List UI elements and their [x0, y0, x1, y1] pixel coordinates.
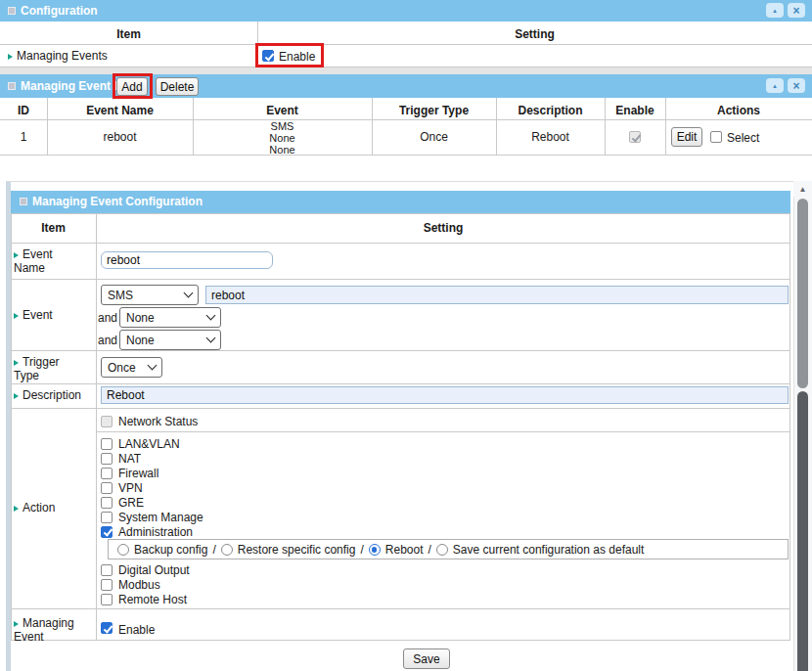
action-option-checkbox-1[interactable]	[101, 453, 113, 465]
action-option-row-0: LAN&VLAN	[101, 436, 203, 451]
admin-radio-0[interactable]	[117, 544, 129, 556]
action-extra-option-label-0: Digital Output	[118, 563, 190, 577]
event-config-title: Managing Event Configuration	[32, 195, 203, 208]
network-status-label: Network Status	[118, 415, 198, 428]
row-description: Reboot	[496, 130, 605, 144]
list-header-trigger-type: Trigger Type	[372, 104, 496, 117]
admin-radio-label-2: Reboot	[385, 543, 424, 557]
managing-events-enable-label: Enable	[279, 50, 315, 64]
save-button[interactable]: Save	[403, 649, 450, 669]
event-value-input[interactable]: reboot	[205, 286, 789, 304]
action-option-checkbox-5[interactable]	[101, 512, 113, 523]
network-status-option: Network Status	[101, 414, 198, 428]
bullet-arrow-icon	[8, 54, 13, 60]
action-option-checkbox-4[interactable]	[101, 497, 113, 509]
close-panel-button[interactable]	[788, 3, 805, 18]
event-config-header: Managing Event Configuration	[11, 191, 790, 213]
panel-icon	[20, 198, 27, 205]
chevron-down-icon	[184, 289, 194, 298]
add-button[interactable]: Add	[116, 77, 148, 96]
action-option-label-2: Firewall	[118, 467, 158, 480]
and-label: and	[98, 311, 117, 325]
action-option-checkbox-6[interactable]	[101, 526, 113, 538]
chevron-down-icon	[206, 311, 216, 321]
panel-icon	[8, 82, 16, 90]
bullet-arrow-icon	[14, 621, 19, 627]
action-option-checkbox-3[interactable]	[101, 482, 113, 494]
action-option-row-1: NAT	[101, 451, 203, 466]
action-extra-option-row-2: Remote Host	[101, 592, 190, 606]
config-header-item: Item	[11, 221, 96, 235]
panel-icon	[8, 7, 16, 15]
close-panel-button[interactable]	[788, 78, 805, 93]
scrollbar-lower-thumb[interactable]	[797, 391, 808, 671]
event-and1-select[interactable]: None	[119, 307, 221, 328]
edit-button[interactable]: Edit	[671, 127, 702, 147]
admin-radio-label-0: Backup config	[134, 543, 207, 557]
action-extra-option-checkbox-2[interactable]	[101, 594, 113, 605]
action-option-label-3: VPN	[118, 481, 143, 495]
action-extra-option-checkbox-1[interactable]	[101, 579, 113, 591]
event-name-input[interactable]: reboot	[101, 251, 273, 269]
trigger-type-label: Trigger Type	[14, 355, 70, 382]
list-header-enable: Enable	[605, 104, 665, 117]
bullet-arrow-icon	[14, 313, 19, 319]
managing-event-enable-checkbox[interactable]	[101, 622, 113, 634]
delete-button[interactable]: Delete	[156, 77, 199, 96]
action-extra-option-checkbox-0[interactable]	[101, 564, 113, 576]
bullet-arrow-icon	[14, 506, 19, 512]
description-label: Description	[14, 388, 102, 402]
action-option-label-6: Administration	[118, 525, 193, 539]
bullet-arrow-icon	[14, 360, 19, 366]
network-status-checkbox	[101, 416, 113, 427]
radio-separator: /	[429, 543, 431, 557]
action-extra-option-label-1: Modbus	[118, 578, 160, 592]
collapse-panel-button[interactable]	[766, 3, 784, 18]
action-option-label-0: LAN&VLAN	[118, 437, 180, 451]
row-id: 1	[0, 130, 47, 144]
action-option-row-4: GRE	[101, 495, 203, 510]
chevron-down-icon	[206, 334, 216, 343]
scrollbar-thumb[interactable]	[797, 199, 808, 388]
action-option-checkbox-2[interactable]	[101, 468, 113, 479]
row-select-checkbox[interactable]	[710, 131, 722, 143]
configuration-title: Configuration	[21, 4, 98, 18]
chevron-down-icon	[148, 361, 158, 371]
admin-radio-label-3: Save current configuration as default	[453, 543, 644, 557]
action-label: Action	[14, 501, 72, 514]
action-option-row-5: System Manage	[101, 510, 203, 524]
event-type-select[interactable]: SMS	[101, 285, 199, 305]
configuration-header: Configuration	[0, 0, 812, 22]
action-checkbox-group: LAN&VLANNATFirewallVPNGRESystem ManageAd…	[101, 436, 203, 539]
column-header-item: Item	[0, 27, 257, 41]
collapse-panel-button[interactable]	[766, 78, 784, 93]
action-option-label-4: GRE	[118, 496, 144, 510]
admin-radio-1[interactable]	[221, 544, 233, 556]
action-option-row-2: Firewall	[101, 466, 203, 480]
row-select-label: Select	[727, 131, 759, 145]
action-option-checkbox-0[interactable]	[101, 438, 113, 450]
list-header-actions: Actions	[665, 104, 812, 117]
event-name-label: Event Name	[14, 247, 74, 275]
description-input[interactable]: Reboot	[101, 386, 789, 404]
scrollbar-up-icon[interactable]	[793, 181, 812, 197]
action-option-row-6: Administration	[101, 524, 203, 539]
admin-radio-3[interactable]	[436, 544, 448, 556]
managing-events-page: Configuration Item Setting Managing Even…	[0, 0, 812, 671]
action-option-label-1: NAT	[118, 452, 141, 466]
bullet-arrow-icon	[14, 252, 19, 258]
managing-events-enable-checkbox[interactable]	[262, 50, 274, 62]
row-event: SMS None None	[193, 120, 372, 156]
event-and2-select[interactable]: None	[119, 330, 221, 350]
admin-radio-2[interactable]	[369, 544, 381, 556]
event-label: Event	[14, 308, 82, 322]
list-header-id: ID	[0, 104, 47, 117]
action-extra-option-label-2: Remote Host	[118, 593, 187, 606]
trigger-type-select[interactable]: Once	[101, 357, 162, 378]
radio-separator: /	[360, 543, 363, 557]
row-enable-checkbox	[629, 131, 641, 143]
action-extra-checkbox-group: Digital OutputModbusRemote Host	[101, 562, 190, 606]
column-header-setting: Setting	[257, 27, 812, 41]
row-event-name: reboot	[47, 130, 193, 144]
section-separator	[0, 67, 812, 74]
